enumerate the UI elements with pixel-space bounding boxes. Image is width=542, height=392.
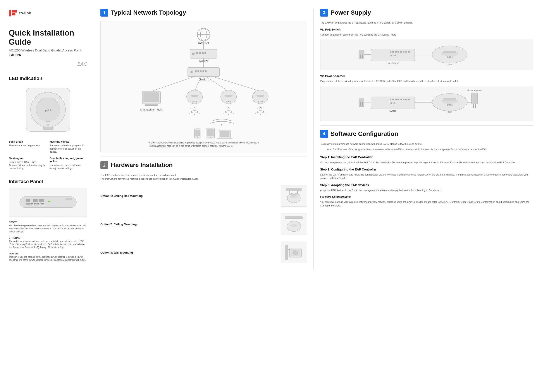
led-item-flashing-yellow: Flashing yellow Firmware update is in pr… [49, 140, 87, 154]
svg-point-55 [224, 95, 233, 97]
divider-1 [100, 157, 307, 157]
svg-rect-91 [360, 54, 361, 58]
svg-text:EAP: EAP [447, 111, 452, 114]
svg-rect-69 [207, 129, 213, 136]
svg-rect-92 [362, 54, 363, 58]
eac-badge: EAC [9, 61, 87, 67]
adapter-desc: Plug one end of the provided power adapt… [320, 79, 533, 83]
section2-header: 2 Hardware Installation [100, 161, 307, 169]
device-image-container: tp-link [9, 86, 87, 134]
led-desc-solid-green: The device is working properly. [9, 144, 46, 147]
device-led-image: tp-link [24, 86, 72, 134]
svg-point-63 [260, 114, 261, 115]
software-note: Note: The IP address of the management h… [320, 148, 533, 151]
svg-rect-0 [9, 10, 11, 16]
section3-num: 3 [320, 9, 328, 16]
topology-note-1: A DHCP server (typically a router) is re… [148, 141, 260, 144]
svg-line-44 [213, 77, 260, 91]
svg-rect-117 [390, 99, 391, 100]
section4-header: 4 Software Configuration [320, 130, 533, 138]
led-item-solid-green: Solid green The device is working proper… [9, 140, 46, 154]
section1-num: 1 [100, 9, 108, 16]
svg-rect-97 [392, 51, 394, 53]
svg-rect-90 [359, 50, 364, 59]
svg-point-79 [290, 196, 298, 198]
step1-title: Step 1: Installing the EAP Controller [320, 155, 533, 159]
guide-model: EAP225 [9, 53, 87, 57]
svg-point-34 [190, 71, 193, 73]
section3-title: Power Supply [331, 9, 371, 16]
svg-text:EAP: EAP [257, 106, 263, 110]
software-desc: To quickly set up a wireless network con… [320, 142, 533, 146]
option2-row: Option 2: Ceiling Mounting [100, 213, 307, 235]
svg-rect-2 [12, 13, 15, 16]
svg-point-58 [228, 114, 229, 115]
svg-rect-81 [285, 217, 303, 219]
svg-rect-80 [291, 194, 297, 195]
ceiling-rail-svg [284, 187, 304, 205]
option1-label: Option 1: Ceiling Rail Mounting [100, 194, 276, 197]
adapter-diagram: tp-link Switch tp-link [320, 86, 533, 121]
svg-text:tp-link: tp-link [192, 101, 197, 103]
logo-area: tp-link [9, 9, 87, 17]
svg-rect-85 [285, 245, 288, 260]
section1-header: 1 Typical Network Topology [100, 9, 307, 16]
svg-point-89 [293, 250, 298, 255]
svg-text:PoE Switch: PoE Switch [387, 62, 399, 64]
svg-rect-101 [403, 51, 405, 53]
svg-point-67 [197, 137, 198, 138]
svg-text:EAP: EAP [226, 106, 232, 110]
svg-text:tp-link: tp-link [390, 54, 396, 57]
step2-title: Step 2: Configuring the EAP Controller [320, 168, 533, 171]
svg-line-41 [152, 77, 195, 91]
divider-2 [320, 125, 533, 126]
topology-note-2: The management host can be in the same o… [148, 144, 260, 148]
svg-text:Switch: Switch [390, 109, 396, 112]
svg-rect-100 [400, 51, 402, 53]
section4-num: 4 [320, 130, 328, 138]
logo-text: tp-link [19, 11, 31, 16]
svg-rect-119 [395, 99, 397, 100]
led-title-flashing-red: Flashing red [9, 157, 46, 160]
step3-desc: Adopt the EAP devices in the Controller … [320, 189, 533, 192]
svg-rect-47 [145, 104, 158, 106]
interface-panel-box: RESET ETHERNET POWER [9, 188, 87, 217]
svg-rect-132 [473, 104, 474, 108]
svg-point-60 [256, 95, 264, 97]
svg-text:tp-link: tp-link [258, 101, 263, 103]
svg-rect-46 [143, 92, 159, 102]
port-power-desc: This port is used to connect to the prov… [9, 255, 87, 262]
port-ethernet-section: ETHERNET The port is used to connect to … [9, 237, 87, 249]
svg-rect-121 [400, 99, 402, 100]
topology-svg: Internet Router [105, 26, 302, 139]
svg-rect-29 [202, 52, 203, 54]
option2-image [281, 213, 307, 235]
svg-rect-17 [65, 198, 72, 200]
svg-point-26 [192, 53, 195, 55]
led-desc-flashing-red: System errors. RAM, Flash, Ethernet, WLA… [9, 160, 46, 170]
svg-rect-12 [39, 199, 44, 202]
svg-rect-36 [198, 70, 199, 72]
svg-point-53 [194, 114, 195, 115]
right-column: 3 Power Supply The EAP can be powered vi… [314, 9, 533, 270]
svg-rect-37 [200, 70, 201, 72]
led-section-title: LED Indication [9, 76, 87, 81]
svg-rect-120 [397, 99, 399, 100]
svg-rect-102 [405, 51, 407, 53]
svg-rect-133 [475, 104, 476, 108]
adapter-diagram-svg: tp-link Switch tp-link [356, 89, 498, 117]
port-reset-name: RESET [9, 221, 87, 223]
svg-rect-30 [205, 52, 206, 54]
adapter-title: Via Power Adapter [320, 74, 533, 78]
tp-link-logo-icon [9, 9, 17, 17]
svg-rect-1 [12, 10, 17, 12]
svg-rect-75 [286, 188, 301, 191]
option3-image [281, 242, 307, 263]
section2-num: 2 [100, 161, 108, 169]
svg-rect-113 [362, 102, 363, 106]
poe-diagram: tp-link PoE Switch tp-link EAP [320, 39, 533, 70]
svg-rect-8 [43, 127, 54, 130]
topology-box: Internet Router [100, 21, 307, 152]
svg-rect-98 [395, 51, 397, 53]
step3-title: Step 3: Adopting the EAP devices [320, 183, 533, 187]
